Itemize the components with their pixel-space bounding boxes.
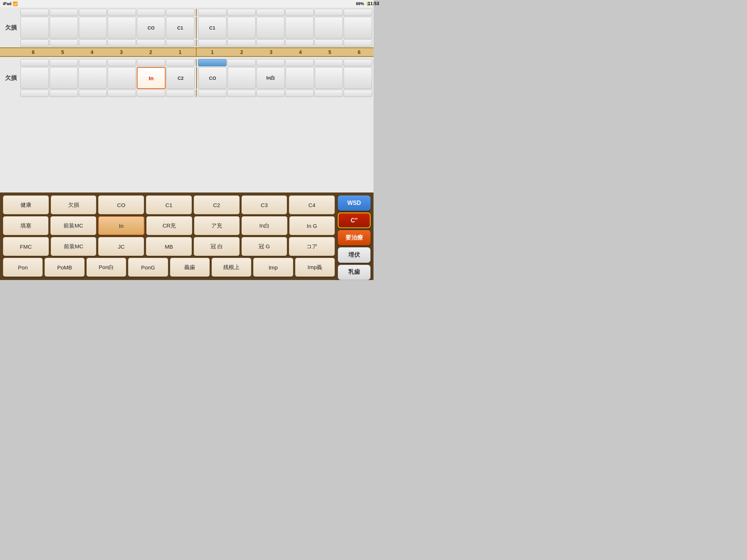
key-kang[interactable]: 冠 G: [241, 237, 287, 256]
key-fmc[interactable]: FMC: [3, 237, 49, 256]
t-cell[interactable]: [285, 9, 314, 16]
key-ponshiro[interactable]: Pon白: [86, 258, 126, 277]
key-c1[interactable]: C1: [146, 195, 192, 214]
lower-tooth-1L[interactable]: C2: [166, 67, 195, 89]
key-jc[interactable]: JC: [98, 237, 144, 256]
tooth-2R[interactable]: [227, 17, 256, 39]
tooth-3R[interactable]: [256, 17, 285, 39]
t-cell[interactable]: [108, 39, 136, 47]
lower-tooth-6L[interactable]: [20, 67, 49, 89]
lower-tooth-2L[interactable]: In: [137, 67, 166, 89]
key-kison[interactable]: 欠損: [51, 195, 97, 214]
t-cell[interactable]: [227, 59, 256, 66]
lower-tooth-4L[interactable]: [78, 67, 107, 89]
tooth-1R[interactable]: C1: [198, 17, 227, 39]
key-kenkou[interactable]: 健康: [3, 195, 49, 214]
t-cell[interactable]: [50, 39, 78, 47]
t-cell[interactable]: [137, 39, 165, 47]
t-cell[interactable]: [50, 9, 78, 16]
t-cell[interactable]: [198, 9, 227, 16]
t-cell[interactable]: [137, 59, 165, 66]
t-cell[interactable]: [108, 90, 136, 97]
tooth-2L[interactable]: CO: [137, 17, 165, 39]
key-tensoku[interactable]: 填塞: [3, 216, 49, 235]
t-cell[interactable]: [79, 90, 107, 97]
key-imp[interactable]: Imp: [253, 258, 293, 277]
t-cell[interactable]: [314, 9, 343, 16]
t-cell[interactable]: [20, 9, 49, 16]
t-cell[interactable]: [256, 59, 285, 66]
lower-tooth-5L[interactable]: [50, 67, 78, 89]
key-crju[interactable]: CR充: [146, 216, 192, 235]
key-inshiro[interactable]: In白: [241, 216, 287, 235]
t-cell[interactable]: [314, 90, 343, 97]
key-zenshomc2[interactable]: 前装MC: [51, 237, 97, 256]
t-cell[interactable]: [198, 39, 227, 47]
wsd-button[interactable]: WSD: [338, 195, 371, 211]
lower-tooth-6R[interactable]: [344, 67, 372, 89]
t-cell[interactable]: [166, 9, 194, 16]
t-cell[interactable]: [166, 59, 194, 66]
lower-tooth-2R[interactable]: [228, 67, 256, 89]
lower-tooth-3R[interactable]: In白: [256, 67, 285, 89]
t-cell[interactable]: [79, 59, 107, 66]
t-cell[interactable]: [20, 39, 49, 47]
yochiryo-button[interactable]: 要治療: [338, 230, 371, 245]
key-co[interactable]: CO: [98, 195, 144, 214]
tooth-1L[interactable]: C1: [166, 17, 194, 39]
key-c2[interactable]: C2: [194, 195, 240, 214]
key-c3[interactable]: C3: [241, 195, 287, 214]
t-cell[interactable]: [108, 59, 136, 66]
t-cell[interactable]: [344, 39, 372, 47]
key-pong[interactable]: PonG: [128, 258, 168, 277]
maifuku-button[interactable]: 埋伏: [338, 247, 371, 262]
t-cell[interactable]: [50, 90, 78, 97]
key-core[interactable]: コア: [289, 237, 335, 256]
t-cell[interactable]: [227, 9, 256, 16]
key-zankonjou[interactable]: 残根上: [212, 258, 251, 277]
key-kanshiro[interactable]: 冠 白: [194, 237, 240, 256]
key-pon[interactable]: Pon: [3, 258, 43, 277]
t-cell[interactable]: [20, 59, 49, 66]
nyushi-button[interactable]: 乳歯: [338, 265, 371, 280]
t-cell[interactable]: [50, 59, 78, 66]
tooth-4L[interactable]: [79, 17, 107, 39]
t-cell[interactable]: [256, 9, 285, 16]
key-impgi[interactable]: Imp義: [295, 258, 335, 277]
key-c4[interactable]: C4: [289, 195, 335, 214]
t-cell[interactable]: [344, 90, 372, 97]
tooth-3L[interactable]: [108, 17, 136, 39]
t-cell[interactable]: [314, 39, 343, 47]
key-aju[interactable]: ア充: [194, 216, 240, 235]
t-cell[interactable]: [79, 9, 107, 16]
t-cell[interactable]: [285, 90, 314, 97]
t-cell[interactable]: [79, 39, 107, 47]
key-mb[interactable]: MB: [146, 237, 192, 256]
t-cell[interactable]: [314, 59, 343, 66]
t-cell-selected[interactable]: [198, 59, 227, 66]
t-cell[interactable]: [198, 90, 227, 97]
key-pomb[interactable]: PoMB: [44, 258, 84, 277]
key-zenshomc[interactable]: 前装MC: [50, 216, 96, 235]
tooth-5R[interactable]: [314, 17, 343, 39]
t-cell[interactable]: [285, 59, 314, 66]
t-cell[interactable]: [256, 90, 285, 97]
key-ing[interactable]: In G: [289, 216, 335, 235]
tooth-6R[interactable]: [344, 17, 372, 39]
tooth-5L[interactable]: [50, 17, 78, 39]
lower-tooth-4R[interactable]: [286, 67, 314, 89]
key-in[interactable]: In: [98, 216, 144, 235]
tooth-4R[interactable]: [285, 17, 314, 39]
t-cell[interactable]: [166, 39, 194, 47]
lower-tooth-5R[interactable]: [315, 67, 343, 89]
t-cell[interactable]: [227, 90, 256, 97]
lower-tooth-3L[interactable]: [108, 67, 136, 89]
t-cell[interactable]: [20, 90, 49, 97]
lower-tooth-1R[interactable]: CO: [198, 67, 227, 89]
key-gishi[interactable]: 義歯: [170, 258, 210, 277]
t-cell[interactable]: [344, 9, 372, 16]
c-double-prime-button[interactable]: C": [338, 213, 371, 228]
t-cell[interactable]: [256, 39, 285, 47]
t-cell[interactable]: [137, 9, 165, 16]
tooth-6L[interactable]: [20, 17, 49, 39]
